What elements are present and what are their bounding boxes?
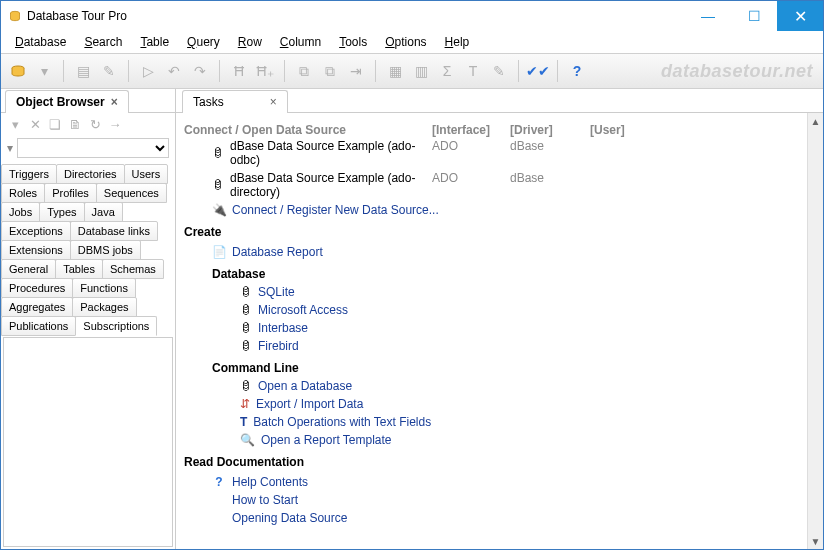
menu-column[interactable]: Column (272, 33, 329, 51)
col-user: [User] (590, 123, 650, 137)
toolbar: ▾ ▤ ✎ ▷ ↶ ↷ Ħ Ħ₊ ⧉ ⧉ ⇥ ▦ ▥ Σ T ✎ ✔✔ ? da… (1, 53, 823, 89)
object-tab[interactable]: Functions (72, 278, 136, 298)
object-tab[interactable]: Schemas (102, 259, 164, 279)
driver-value: dBase (510, 171, 590, 199)
connect-icon[interactable] (7, 60, 29, 82)
replace-icon[interactable]: Ħ₊ (254, 60, 276, 82)
delete-icon[interactable]: ✕ (27, 117, 43, 132)
menu-row[interactable]: Row (230, 33, 270, 51)
db-link[interactable]: Microsoft Access (258, 303, 348, 317)
main-panel: Tasks × Connect / Open Data Source [Inte… (176, 89, 823, 549)
form-icon[interactable]: ▥ (410, 60, 432, 82)
object-tab[interactable]: Java (84, 202, 123, 222)
menu-options[interactable]: Options (377, 33, 434, 51)
export-icon[interactable]: ⇥ (345, 60, 367, 82)
cmd-link[interactable]: Export / Import Data (256, 397, 363, 411)
menu-table[interactable]: Table (132, 33, 177, 51)
menu-database[interactable]: Database (7, 33, 74, 51)
scroll-down-icon[interactable]: ▼ (808, 533, 823, 549)
menu-tools[interactable]: Tools (331, 33, 375, 51)
new-icon[interactable]: ▾ (7, 117, 23, 132)
doc-link[interactable]: How to Start (232, 493, 298, 507)
object-tab[interactable]: General (1, 259, 56, 279)
col-driver: [Driver] (510, 123, 590, 137)
object-tab[interactable]: Triggers (1, 164, 57, 184)
sidebar-tab[interactable]: Object Browser × (5, 90, 129, 113)
filter-icon[interactable]: ▾ (7, 141, 13, 155)
box-icon[interactable]: ❏ (47, 117, 63, 132)
redo-icon[interactable]: ↷ (189, 60, 211, 82)
refresh-icon[interactable]: ↻ (87, 117, 103, 132)
object-tab[interactable]: Directories (56, 164, 125, 184)
object-list[interactable] (3, 337, 173, 547)
object-tab[interactable]: Procedures (1, 278, 73, 298)
paste-icon[interactable]: ⧉ (319, 60, 341, 82)
tasks-body: Connect / Open Data Source [Interface] [… (176, 113, 823, 549)
object-tab[interactable]: Database links (70, 221, 158, 241)
import-icon: ⇵ (240, 397, 250, 411)
page-icon[interactable]: 🗎 (67, 117, 83, 132)
datasource-link[interactable]: dBase Data Source Example (ado-directory… (230, 171, 432, 199)
maximize-button[interactable]: ☐ (731, 1, 777, 31)
sum-icon[interactable]: Σ (436, 60, 458, 82)
help-icon: ? (212, 475, 226, 489)
object-tab[interactable]: Packages (72, 297, 136, 317)
scroll-up-icon[interactable]: ▲ (808, 113, 823, 129)
object-tab[interactable]: Sequences (96, 183, 167, 203)
menu-search[interactable]: Search (76, 33, 130, 51)
iface-value: ADO (432, 171, 510, 199)
arrow-icon[interactable]: → (107, 117, 123, 132)
object-tab[interactable]: Extensions (1, 240, 71, 260)
doc-link[interactable]: Opening Data Source (232, 511, 347, 525)
note-icon[interactable]: ✎ (488, 60, 510, 82)
cmd-link[interactable]: Batch Operations with Text Fields (253, 415, 431, 429)
object-tab[interactable]: Profiles (44, 183, 97, 203)
object-tab[interactable]: Jobs (1, 202, 40, 222)
object-tab[interactable]: Tables (55, 259, 103, 279)
text-icon[interactable]: T (462, 60, 484, 82)
grid-icon[interactable]: ▦ (384, 60, 406, 82)
object-tab[interactable]: DBMS jobs (70, 240, 141, 260)
object-tab[interactable]: Subscriptions (75, 316, 157, 336)
iface-value: ADO (432, 139, 510, 167)
db-report-link[interactable]: Database Report (232, 245, 323, 259)
connect-new-link[interactable]: Connect / Register New Data Source... (232, 203, 439, 217)
object-tab[interactable]: Exceptions (1, 221, 71, 241)
database-icon: 🛢 (212, 178, 224, 192)
help-icon[interactable]: ? (566, 60, 588, 82)
db-link[interactable]: Firebird (258, 339, 299, 353)
close-icon[interactable]: × (270, 95, 277, 109)
datasource-link[interactable]: dBase Data Source Example (ado-odbc) (230, 139, 432, 167)
driver-value: dBase (510, 139, 590, 167)
scrollbar[interactable]: ▲ ▼ (807, 113, 823, 549)
object-tab[interactable]: Publications (1, 316, 76, 336)
copy-icon[interactable]: ⧉ (293, 60, 315, 82)
object-tab[interactable]: Types (39, 202, 84, 222)
sql-icon[interactable]: ▤ (72, 60, 94, 82)
template-icon: 🔍 (240, 433, 255, 447)
object-tab[interactable]: Roles (1, 183, 45, 203)
edit-icon[interactable]: ✎ (98, 60, 120, 82)
cmd-link[interactable]: Open a Database (258, 379, 352, 393)
minimize-button[interactable]: — (685, 1, 731, 31)
undo-icon[interactable]: ↶ (163, 60, 185, 82)
db-link[interactable]: SQLite (258, 285, 295, 299)
object-tab[interactable]: Users (124, 164, 169, 184)
find-icon[interactable]: Ħ (228, 60, 250, 82)
database-icon: 🛢 (240, 303, 252, 317)
dropdown-icon[interactable]: ▾ (33, 60, 55, 82)
check-icon[interactable]: ✔✔ (527, 60, 549, 82)
menu-query[interactable]: Query (179, 33, 228, 51)
object-tab[interactable]: Aggregates (1, 297, 73, 317)
filter-select[interactable] (17, 138, 169, 158)
db-link[interactable]: Interbase (258, 321, 308, 335)
menu-help[interactable]: Help (437, 33, 478, 51)
tasks-tab-label: Tasks (193, 95, 224, 109)
run-icon[interactable]: ▷ (137, 60, 159, 82)
create-section: Create (184, 225, 815, 239)
cmd-link[interactable]: Open a Report Template (261, 433, 392, 447)
close-button[interactable]: ✕ (777, 1, 823, 31)
doc-link[interactable]: Help Contents (232, 475, 308, 489)
close-icon[interactable]: × (111, 95, 118, 109)
tasks-tab[interactable]: Tasks × (182, 90, 288, 113)
